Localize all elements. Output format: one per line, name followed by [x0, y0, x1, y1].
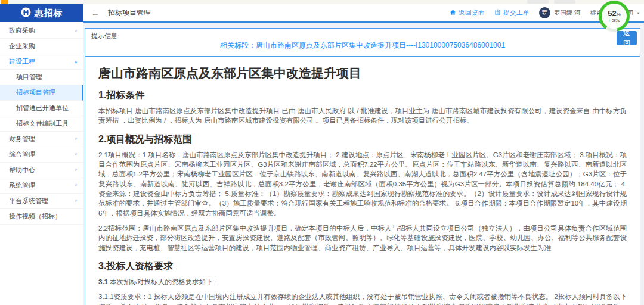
- section-2-heading: 2.项目概况与招标范围: [98, 133, 627, 146]
- user-name: 罗国娜 河: [554, 9, 581, 17]
- sidebar-item-operation-videos[interactable]: 操作视频（招标）: [0, 209, 83, 225]
- sidebar-item-government-procurement[interactable]: 政府采购 ∨: [0, 23, 83, 39]
- sidebar-item-finance-management[interactable]: 财务管理 ∨: [0, 132, 83, 147]
- section-3-1-1-paragraph: 3.1.1资质要求：1 投标人必须是在中国境内注册成立并有效存续的企业法人或其他…: [98, 292, 627, 305]
- user-avatar[interactable]: 罗: [539, 7, 550, 18]
- bid-announcement-document: 唐山市路南区原点及东部片区集中改造提升项目 1.招标条件 本招标项目 唐山市路南…: [85, 57, 640, 305]
- browser-top-strip: [0, 0, 644, 4]
- section-2-2-paragraph: 2.2招标范围：唐山市路南区原点及东部片区集中改造提升项目，确定本项目的中标人后…: [98, 223, 627, 253]
- back-arrow-icon[interactable]: ←: [91, 9, 100, 17]
- chevron-down-icon: ∨: [74, 199, 78, 203]
- sidebar-item-comprehensive-management[interactable]: 综合管理 ∨: [0, 147, 83, 163]
- sidebar-item-bid-project-management[interactable]: 招标项目管理: [0, 85, 83, 101]
- chevron-down-icon: ∨: [74, 168, 78, 172]
- sidebar: 惠招标 政府采购 ∨ 企业采购 建设工程 ∧ 项目管理 招标项目管理 招管通已开…: [0, 4, 83, 305]
- huizhaobiao-logo-icon: [21, 7, 31, 20]
- sidebar-item-bid-document-tool[interactable]: 招标文件编制工具: [0, 116, 83, 132]
- sidebar-menu: 政府采购 ∨ 企业采购 建设工程 ∧ 项目管理 招标项目管理 招管通已开通单位 …: [0, 22, 83, 225]
- section-3-heading: 3.投标人资格要求: [98, 260, 627, 273]
- document-title: 唐山市路南区原点及东部片区集中改造提升项目: [98, 65, 627, 82]
- chevron-down-icon: ∨: [74, 183, 78, 188]
- top-header: ← 招标项目管理 返回桌面 提交工单 罗 罗国娜 河 标咨询有限公司: [83, 4, 644, 23]
- sidebar-item-project-management[interactable]: 项目管理: [0, 70, 83, 85]
- notice-label: 提示信息:: [91, 32, 119, 41]
- browser-tab-fragment: [1, 0, 8, 4]
- browser-button-fragment: [554, 0, 575, 4]
- sidebar-item-zhaoguantong-opened-units[interactable]: 招管通已开通单位: [0, 101, 83, 116]
- browser-button-fragment: [527, 0, 549, 4]
- workorder-icon: [494, 9, 501, 17]
- progress-percent: 52%: [608, 10, 621, 17]
- up-arrow-icon: ↑: [608, 18, 611, 23]
- sidebar-item-enterprise-procurement[interactable]: 企业采购: [0, 39, 83, 54]
- brand-name: 惠招标: [35, 8, 63, 19]
- section-3-1-intro: 3.1 本次招标对投标人的资格要求如下：: [98, 277, 627, 287]
- content-panel: 提示信息: 相关标段：唐山市路南区原点及东部片区集中改造提升项目----I130…: [85, 28, 640, 305]
- page-title: 招标项目管理: [108, 8, 151, 18]
- chevron-down-icon: ∨: [74, 29, 78, 33]
- related-bid-section-text: 相关标段：唐山市路南区原点及东部片区集中改造提升项目----I130100007…: [85, 41, 640, 51]
- sidebar-item-platform-system-management[interactable]: 平台系统管理 ∨: [0, 194, 83, 209]
- brand-header[interactable]: 惠招标: [0, 4, 83, 22]
- section-1-paragraph: 本招标项目 唐山市路南区原点及东部片区集中改造提升项目 已由 唐山市人民政府 以…: [98, 106, 627, 126]
- section-1-heading: 1.招标条件: [98, 89, 627, 102]
- chevron-down-icon: ∨: [74, 137, 78, 141]
- home-icon: [450, 9, 456, 17]
- notice-bar: 提示信息: 相关标段：唐山市路南区原点及东部片区集中改造提升项目----I130…: [85, 29, 640, 57]
- main-content: 提示信息: 相关标段：唐山市路南区原点及东部片区集中改造提升项目----I130…: [83, 23, 644, 305]
- sidebar-item-construction-project[interactable]: 建设工程 ∧: [0, 54, 83, 70]
- sidebar-item-system-management[interactable]: 系统管理 ∨: [0, 178, 83, 194]
- chevron-down-icon: ▼: [636, 11, 640, 15]
- section-2-1-paragraph: 2.1项目概况：1.项目名称：唐山市路南区原点及东部片区集中改造提升项目； 2.…: [98, 150, 627, 218]
- net-speed-label: ↑ 0K/s: [608, 18, 620, 23]
- chevron-up-icon: ∧: [74, 60, 78, 64]
- return-button[interactable]: 返回: [617, 31, 637, 45]
- submit-workorder-link[interactable]: 提交工单: [494, 8, 530, 17]
- return-desktop-link[interactable]: 返回桌面: [450, 8, 485, 17]
- sidebar-item-help-center[interactable]: 帮助中心 ∨: [0, 163, 83, 178]
- net-speed-progress-widget[interactable]: 52% ↑ 0K/s: [599, 1, 630, 32]
- chevron-down-icon: ∨: [74, 152, 78, 157]
